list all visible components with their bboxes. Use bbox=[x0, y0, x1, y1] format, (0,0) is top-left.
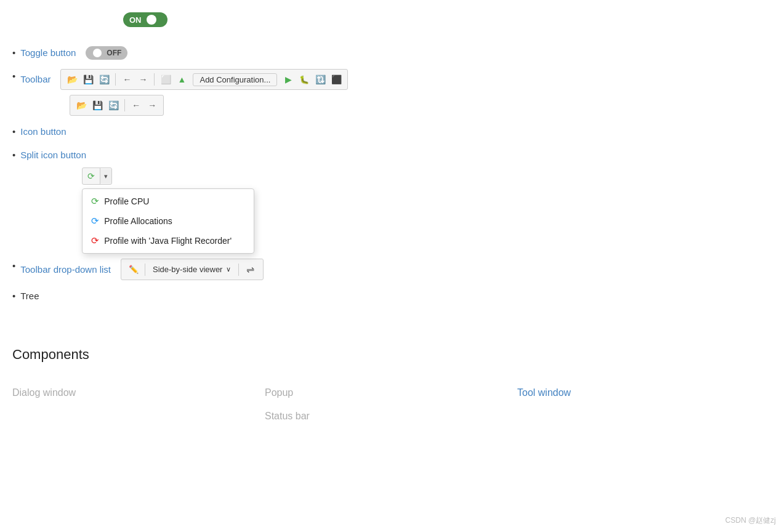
bullet: • bbox=[12, 289, 15, 304]
toolbar-icon-reload-bug[interactable]: 🔃 bbox=[313, 72, 328, 87]
dropdown-menu: ⟳ Profile CPU ⟳ Profile Allocations ⟳ Pr… bbox=[82, 188, 254, 254]
bullet: • bbox=[12, 124, 15, 139]
toolbar-demo-small: 📂 💾 🔄 ← → bbox=[70, 95, 164, 116]
tbl-edit-icon[interactable]: ✏️ bbox=[125, 263, 142, 276]
list-item-tree: • Tree bbox=[12, 289, 770, 304]
component-dialog-window[interactable]: Dialog window bbox=[12, 387, 265, 398]
toolbar-sep-2 bbox=[154, 73, 155, 86]
component-tool-window[interactable]: Tool window bbox=[517, 387, 770, 398]
label-toggle-button[interactable]: Toggle button bbox=[20, 46, 76, 60]
label-toolbar[interactable]: Toolbar bbox=[20, 72, 50, 87]
tbl-dropdown-label: Side-by-side viewer bbox=[153, 265, 222, 274]
components-grid: Dialog window Popup Tool window Status b… bbox=[12, 387, 770, 422]
toolbar-icon-folder[interactable]: 📂 bbox=[65, 72, 79, 87]
component-dialog-window-label: Dialog window bbox=[12, 387, 76, 398]
split-button[interactable]: ⟳ ▾ bbox=[82, 167, 112, 185]
dropdown-item-profile-alloc[interactable]: ⟳ Profile Allocations bbox=[83, 211, 254, 231]
dropdown-item-profile-jfr[interactable]: ⟳ Profile with 'Java Flight Recorder' bbox=[83, 231, 254, 251]
tbl-sep-2 bbox=[238, 264, 239, 276]
bullet: • bbox=[12, 69, 15, 84]
component-tool-window-label: Tool window bbox=[517, 387, 571, 398]
components-section: Components Dialog window Popup Tool wind… bbox=[12, 341, 770, 422]
profile-cpu-icon: ⟳ bbox=[91, 196, 99, 207]
component-popup-label: Popup bbox=[265, 387, 293, 398]
label-split-icon-button[interactable]: Split icon button bbox=[20, 148, 86, 163]
list-item-split-icon-button: • Split icon button ⟳ ▾ ⟳ bbox=[12, 148, 770, 185]
toolbar-demo: 📂 💾 🔄 ← → ⬜ ▲ Add Configuration... ▶ 🐛 🔃 bbox=[60, 69, 348, 90]
toolbar-icon-save[interactable]: 💾 bbox=[81, 72, 95, 87]
tbl-dropdown-select[interactable]: Side-by-side viewer ∨ bbox=[148, 263, 236, 276]
toolbar-small-folder[interactable]: 📂 bbox=[74, 98, 89, 113]
list-item-toolbar: • Toolbar 📂 💾 🔄 ← → ⬜ ▲ Add Configurat bbox=[12, 69, 770, 116]
component-popup[interactable]: Popup bbox=[265, 387, 517, 398]
toolbar-icon-arrow-green[interactable]: ▲ bbox=[174, 72, 189, 87]
bullet: • bbox=[12, 148, 15, 163]
toggle-off-circle bbox=[93, 49, 102, 57]
tbl-sep bbox=[145, 264, 145, 276]
bullet: • bbox=[12, 259, 15, 273]
split-btn-container: ⟳ ▾ ⟳ Profile CPU ⟳ Profile Allocations bbox=[82, 167, 112, 185]
list-item-toggle-button: • Toggle button OFF bbox=[12, 46, 770, 60]
toggle-on-button[interactable]: ON bbox=[123, 12, 167, 27]
dropdown-item-cpu-label: Profile CPU bbox=[104, 196, 149, 206]
toolbar-config-button[interactable]: Add Configuration... bbox=[193, 73, 277, 86]
tbl-settings-icon[interactable]: ⇌ bbox=[241, 262, 259, 277]
toolbar-small-forward[interactable]: → bbox=[145, 98, 159, 113]
split-button-arrow[interactable]: ▾ bbox=[100, 169, 111, 183]
toggle-on-area: ON bbox=[123, 12, 770, 27]
list-item-icon-button: • Icon button bbox=[12, 124, 770, 139]
dropdown-item-profile-cpu[interactable]: ⟳ Profile CPU bbox=[83, 191, 254, 211]
toolbar-dropdown-list-demo: ✏️ Side-by-side viewer ∨ ⇌ bbox=[121, 259, 264, 280]
dropdown-item-jfr-label: Profile with 'Java Flight Recorder' bbox=[104, 236, 232, 246]
toolbar-icon-window[interactable]: ⬜ bbox=[158, 72, 173, 87]
toolbar-icon-refresh[interactable]: 🔄 bbox=[97, 72, 111, 87]
label-toolbar-dropdown[interactable]: Toolbar drop-down list bbox=[20, 262, 111, 277]
components-title: Components bbox=[12, 347, 770, 363]
toolbar-icon-stop[interactable]: ⬛ bbox=[329, 72, 344, 87]
toggle-on-label: ON bbox=[129, 15, 142, 25]
component-status-bar-label: Status bar bbox=[265, 411, 310, 421]
toggle-off-label: OFF bbox=[107, 49, 121, 57]
component-status-bar[interactable]: Status bar bbox=[265, 411, 517, 422]
label-icon-button[interactable]: Icon button bbox=[20, 124, 66, 139]
toolbar-icon-forward[interactable]: → bbox=[135, 72, 150, 87]
items-list: • Toggle button OFF • Toolbar 📂 bbox=[12, 46, 770, 304]
tbl-chevron-icon: ∨ bbox=[226, 265, 231, 273]
label-tree[interactable]: Tree bbox=[20, 289, 39, 304]
list-item-toolbar-dropdown: • Toolbar drop-down list ✏️ Side-by-side… bbox=[12, 259, 770, 280]
toolbar-icon-play[interactable]: ▶ bbox=[281, 72, 296, 87]
profile-jfr-icon: ⟳ bbox=[91, 235, 99, 246]
split-button-main[interactable]: ⟳ bbox=[83, 168, 100, 184]
toggle-off-button[interactable]: OFF bbox=[86, 46, 127, 60]
toggle-on-circle bbox=[147, 15, 156, 25]
toolbar-small-save[interactable]: 💾 bbox=[90, 98, 105, 113]
split-icon: ⟳ bbox=[87, 171, 95, 181]
toolbar-sep-1 bbox=[115, 73, 116, 86]
profile-alloc-icon: ⟳ bbox=[91, 216, 99, 227]
toolbar-small-refresh[interactable]: 🔄 bbox=[106, 98, 121, 113]
bullet: • bbox=[12, 46, 15, 60]
toolbar-small-back[interactable]: ← bbox=[129, 98, 143, 113]
toolbar-icon-bug[interactable]: 🐛 bbox=[297, 72, 312, 87]
toolbar-icon-back[interactable]: ← bbox=[119, 72, 134, 87]
page-container: ON • Toggle button OFF • bbox=[0, 0, 782, 434]
toolbar-small-sep bbox=[124, 99, 125, 111]
dropdown-item-alloc-label: Profile Allocations bbox=[104, 216, 172, 226]
